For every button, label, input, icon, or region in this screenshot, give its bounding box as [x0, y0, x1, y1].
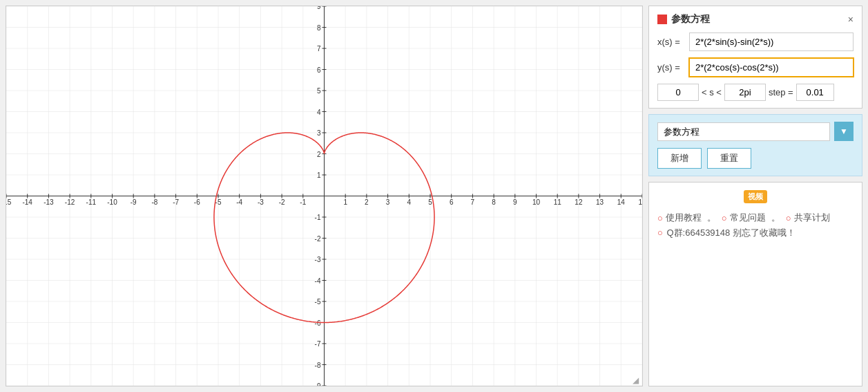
add-button[interactable]: 新增: [657, 148, 702, 169]
range-lt-label: < s <: [702, 87, 722, 97]
param-equation-box: 参数方程 × x(s) = y(s) = < s < step =: [648, 6, 862, 109]
type-select[interactable]: 参数方程: [657, 122, 830, 141]
dropdown-arrow-button[interactable]: ▼: [834, 122, 853, 141]
separator1: 。: [707, 212, 716, 224]
x-equation-row: x(s) =: [657, 32, 853, 51]
dot2: ○: [722, 213, 727, 223]
param-eq-title: 参数方程: [657, 13, 710, 26]
dot4: ○: [657, 227, 663, 238]
main-container: ◢ 参数方程 × x(s) = y(s) = < s <: [0, 0, 868, 392]
right-panel: 参数方程 × x(s) = y(s) = < s < step =: [648, 6, 862, 386]
separator2: 。: [771, 212, 780, 224]
range-end-input[interactable]: [724, 84, 766, 101]
step-input[interactable]: [796, 84, 834, 101]
link-share[interactable]: 共享计划: [794, 212, 830, 224]
param-eq-header: 参数方程 ×: [657, 13, 853, 26]
action-buttons: 新增 重置: [657, 148, 853, 169]
dropdown-row: 参数方程 ▼: [657, 122, 853, 141]
graph-canvas: [6, 6, 642, 386]
controls-box: 参数方程 ▼ 新增 重置: [648, 114, 862, 176]
x-input[interactable]: [689, 32, 853, 51]
resize-handle[interactable]: ◢: [633, 376, 641, 384]
y-equation-row: y(s) =: [657, 58, 853, 77]
dot1: ○: [657, 213, 663, 223]
link-faq[interactable]: 常见问题: [730, 212, 766, 224]
graph-area: ◢: [6, 6, 643, 386]
info-box: 视频 ○ 使用教程 。 ○ 常见问题 。 ○ 共享计划 ○ Q群:6645391…: [648, 182, 862, 386]
range-row: < s < step =: [657, 84, 853, 101]
range-start-input[interactable]: [657, 84, 699, 101]
dot3: ○: [786, 213, 791, 223]
param-eq-title-text: 参数方程: [671, 13, 710, 26]
qq-text: Q群:664539148 别忘了收藏哦！: [666, 227, 795, 238]
links-row: ○ 使用教程 。 ○ 常见问题 。 ○ 共享计划: [657, 212, 853, 224]
qq-row: ○ Q群:664539148 别忘了收藏哦！: [657, 227, 853, 239]
x-label: x(s) =: [657, 37, 685, 47]
red-square-icon: [657, 15, 667, 24]
link-tutorial[interactable]: 使用教程: [666, 212, 702, 224]
y-label: y(s) =: [657, 62, 685, 73]
video-badge: 视频: [744, 190, 767, 203]
y-input[interactable]: [689, 58, 853, 77]
close-button[interactable]: ×: [848, 15, 853, 24]
step-label: step =: [769, 87, 793, 97]
reset-button[interactable]: 重置: [707, 148, 751, 169]
